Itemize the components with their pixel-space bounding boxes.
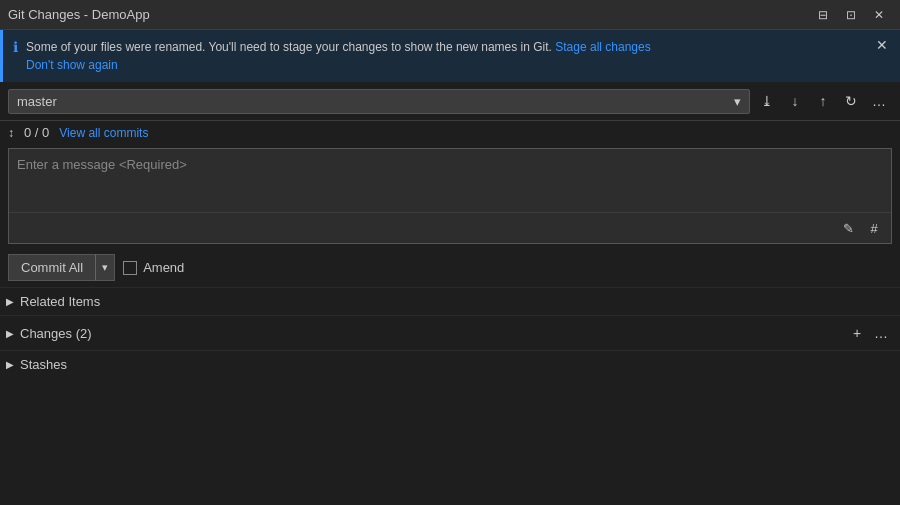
title-bar: Git Changes - DemoApp ⊟ ⊡ ✕	[0, 0, 900, 30]
fetch-icon: ⤓	[761, 93, 773, 109]
fetch-button[interactable]: ⤓	[754, 88, 780, 114]
stats-row: ↕ 0 / 0 View all commits	[0, 121, 900, 144]
stage-all-changes-button[interactable]: +	[846, 322, 868, 344]
message-area: ✎ #	[8, 148, 892, 244]
sync-icon: ↻	[845, 93, 857, 109]
changes-section[interactable]: ▶ Changes (2) + …	[0, 315, 900, 350]
message-toolbar: ✎ #	[9, 212, 891, 243]
commit-all-dropdown-button[interactable]: ▾	[95, 254, 115, 281]
stats-arrows-icon: ↕	[8, 126, 14, 140]
pull-icon: ↓	[792, 93, 799, 109]
info-banner: ℹ Some of your files were renamed. You'l…	[0, 30, 900, 82]
title-bar-left: Git Changes - DemoApp	[8, 7, 150, 22]
dont-show-again-link[interactable]: Don't show again	[26, 58, 118, 72]
changes-more-button[interactable]: …	[870, 322, 892, 344]
commit-counts: 0 / 0	[24, 125, 49, 140]
title-bar-title: Git Changes - DemoApp	[8, 7, 150, 22]
amend-label[interactable]: Amend	[123, 260, 184, 275]
push-button[interactable]: ↑	[810, 88, 836, 114]
changes-actions: + …	[846, 322, 892, 344]
title-bar-controls: ⊟ ⊡ ✕	[810, 4, 892, 26]
branch-dropdown[interactable]: master ▾	[8, 89, 750, 114]
title-bar-float-button[interactable]: ⊡	[838, 4, 864, 26]
sync-button[interactable]: ↻	[838, 88, 864, 114]
stage-all-link[interactable]: Stage all changes	[555, 40, 650, 54]
title-bar-pin-button[interactable]: ⊟	[810, 4, 836, 26]
related-items-chevron: ▶	[6, 296, 14, 307]
branch-dropdown-arrow: ▾	[734, 94, 741, 109]
spell-check-icon: ✎	[843, 221, 854, 236]
commit-row: Commit All ▾ Amend	[0, 248, 900, 287]
more-branch-icon: …	[872, 93, 886, 109]
more-branch-button[interactable]: …	[866, 88, 892, 114]
more-changes-icon: …	[874, 325, 888, 341]
branch-name: master	[17, 94, 57, 109]
hash-button[interactable]: #	[863, 217, 885, 239]
changes-label: Changes (2)	[20, 326, 846, 341]
push-icon: ↑	[820, 93, 827, 109]
branch-actions: ⤓ ↓ ↑ ↻ …	[754, 88, 892, 114]
spell-check-button[interactable]: ✎	[837, 217, 859, 239]
view-all-commits-link[interactable]: View all commits	[59, 126, 148, 140]
hash-icon: #	[870, 221, 877, 236]
amend-checkbox[interactable]	[123, 261, 137, 275]
commit-all-button[interactable]: Commit All	[8, 254, 95, 281]
title-bar-close-button[interactable]: ✕	[866, 4, 892, 26]
info-text: Some of your files were renamed. You'll …	[26, 38, 890, 74]
related-items-section[interactable]: ▶ Related Items	[0, 287, 900, 315]
commit-button-group: Commit All ▾	[8, 254, 115, 281]
info-close-button[interactable]: ✕	[872, 36, 892, 54]
branch-row: master ▾ ⤓ ↓ ↑ ↻ …	[0, 82, 900, 121]
amend-label-text: Amend	[143, 260, 184, 275]
related-items-label: Related Items	[20, 294, 892, 309]
plus-icon: +	[853, 325, 861, 341]
info-message: Some of your files were renamed. You'll …	[26, 40, 552, 54]
stashes-label: Stashes	[20, 357, 892, 372]
stashes-chevron: ▶	[6, 359, 14, 370]
commit-message-input[interactable]	[9, 149, 891, 209]
changes-chevron: ▶	[6, 328, 14, 339]
pull-button[interactable]: ↓	[782, 88, 808, 114]
stashes-section[interactable]: ▶ Stashes	[0, 350, 900, 378]
info-icon: ℹ	[13, 39, 18, 55]
commit-dropdown-arrow-icon: ▾	[102, 261, 108, 273]
